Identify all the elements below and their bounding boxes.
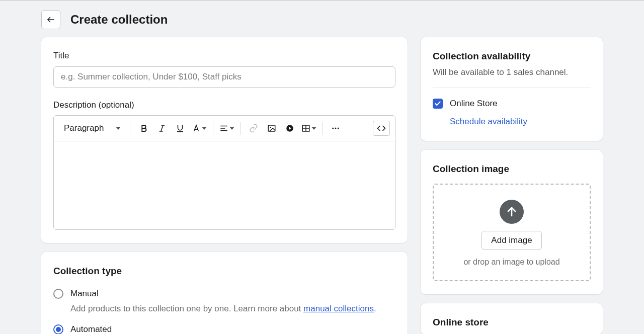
add-image-button[interactable]: Add image <box>481 231 541 250</box>
manual-desc-suffix: . <box>374 304 376 313</box>
title-field-group: Title <box>53 49 395 88</box>
italic-button[interactable] <box>154 121 170 136</box>
online-store-channel-label: Online Store <box>450 97 498 110</box>
arrow-left-icon <box>46 15 55 24</box>
image-icon <box>267 124 276 133</box>
manual-radio-row[interactable]: Manual <box>53 287 395 300</box>
page-title: Create collection <box>70 11 168 29</box>
automated-radio[interactable] <box>53 324 63 334</box>
collection-type-heading: Collection type <box>53 264 395 279</box>
description-field-group: Description (optional) Paragraph <box>53 99 395 230</box>
italic-icon <box>157 124 167 133</box>
page-header: Create collection <box>41 1 603 37</box>
drop-hint-text: or drop an image to upload <box>444 256 580 268</box>
collection-image-card: Collection image Add image or drop an im… <box>421 150 603 294</box>
svg-point-10 <box>270 127 271 128</box>
description-input[interactable] <box>54 141 395 229</box>
link-icon <box>249 124 258 133</box>
title-label: Title <box>53 49 395 62</box>
description-label: Description (optional) <box>53 99 395 112</box>
collection-image-heading: Collection image <box>433 162 591 177</box>
manual-desc-prefix: Add products to this collection one by o… <box>70 304 303 313</box>
online-store-channel-row[interactable]: Online Store <box>433 97 591 110</box>
title-input[interactable] <box>53 66 395 88</box>
availability-subtitle: Will be available to 1 sales channel. <box>433 66 591 79</box>
svg-point-16 <box>333 127 334 129</box>
online-store-checkbox[interactable] <box>433 99 443 109</box>
schedule-availability-link[interactable]: Schedule availability <box>450 115 527 128</box>
title-description-card: Title Description (optional) Paragraph <box>41 37 408 243</box>
toolbar-separator <box>131 122 131 135</box>
format-dropdown-label: Paragraph <box>64 122 104 135</box>
upload-icon-circle <box>500 200 524 224</box>
automated-radio-row[interactable]: Automated <box>53 323 395 334</box>
back-button[interactable] <box>41 10 60 29</box>
manual-radio-description: Add products to this collection one by o… <box>70 302 395 315</box>
align-left-icon <box>219 124 228 133</box>
online-store-card: Online store <box>421 303 603 335</box>
play-circle-icon <box>285 124 294 133</box>
svg-point-17 <box>335 127 337 129</box>
svg-rect-9 <box>269 125 276 131</box>
table-button[interactable] <box>300 124 317 133</box>
svg-line-3 <box>161 125 164 131</box>
manual-collections-link[interactable]: manual collections <box>303 304 374 313</box>
check-icon <box>434 100 441 107</box>
availability-card: Collection availability Will be availabl… <box>421 37 603 141</box>
more-button[interactable] <box>328 121 343 136</box>
text-color-icon <box>192 124 201 133</box>
alignment-button[interactable] <box>218 124 235 133</box>
video-button[interactable] <box>282 121 297 136</box>
link-button[interactable] <box>246 121 261 136</box>
caret-down-icon <box>229 127 234 130</box>
format-dropdown[interactable]: Paragraph <box>59 119 126 138</box>
rich-text-editor: Paragraph <box>53 115 395 230</box>
collection-type-card: Collection type Manual Add products to t… <box>41 252 408 335</box>
code-icon <box>377 124 386 133</box>
underline-button[interactable] <box>173 121 188 136</box>
caret-down-icon <box>202 127 207 130</box>
caret-down-icon <box>311 127 316 130</box>
online-store-heading: Online store <box>433 315 591 330</box>
html-view-button[interactable] <box>373 121 390 136</box>
underline-icon <box>176 124 185 133</box>
availability-heading: Collection availability <box>433 49 591 64</box>
toolbar-separator <box>213 122 213 135</box>
caret-down-icon <box>116 127 121 130</box>
bold-button[interactable] <box>136 121 151 136</box>
svg-point-18 <box>338 127 339 129</box>
automated-radio-label: Automated <box>70 323 112 334</box>
image-button[interactable] <box>264 121 279 136</box>
more-horizontal-icon <box>331 124 340 133</box>
image-dropzone[interactable]: Add image or drop an image to upload <box>433 184 591 281</box>
divider <box>433 88 591 88</box>
manual-radio[interactable] <box>53 289 63 299</box>
bold-icon <box>139 124 148 133</box>
arrow-up-icon <box>506 206 518 218</box>
manual-radio-label: Manual <box>70 287 99 300</box>
text-color-button[interactable] <box>191 124 208 133</box>
rte-toolbar: Paragraph <box>54 116 395 141</box>
toolbar-separator <box>240 122 241 135</box>
toolbar-separator <box>323 122 323 135</box>
table-icon <box>301 124 310 133</box>
